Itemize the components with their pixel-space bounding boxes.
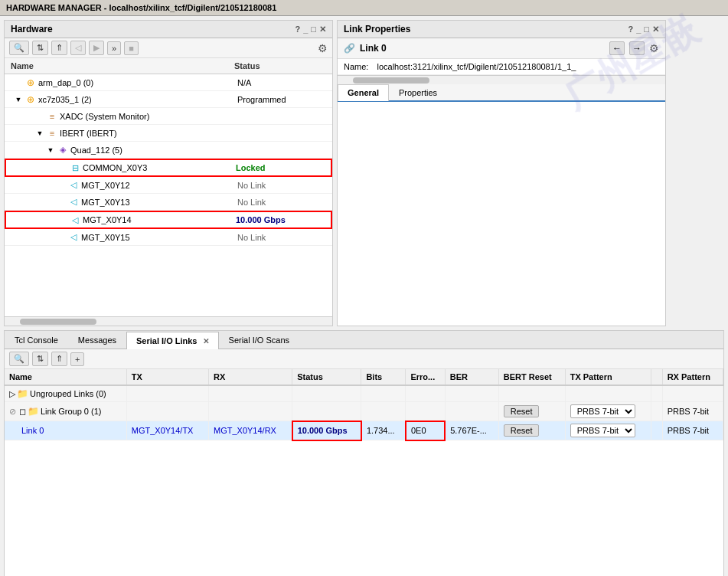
hardware-min-btn[interactable]: _ (303, 25, 308, 34)
common-x0y3-icon: ⊟ (69, 162, 81, 174)
mgt-x0y15-cell: ◁ MGT_X0Y15 (8, 231, 237, 244)
link-props-hscroll[interactable] (338, 75, 665, 84)
link-0-row[interactable]: Link 0 MGT_X0Y14/TX MGT_X0Y14/RX 10.000 … (5, 421, 723, 440)
link-0-link[interactable]: Link 0 (21, 426, 44, 435)
ungrouped-rx (209, 385, 292, 402)
tab-general[interactable]: General (338, 84, 389, 101)
link-0-tx-link[interactable]: MGT_X0Y14/TX (132, 426, 194, 435)
hardware-search-btn[interactable]: 🔍 (9, 41, 29, 55)
serial-io-links-close[interactable]: ✕ (203, 337, 209, 345)
hardware-header-controls: ? _ □ ✕ (295, 25, 326, 34)
col-ber: BER (445, 369, 498, 385)
hardware-fwd-btn[interactable]: » (107, 41, 121, 55)
link-nav-bar: 🔗 Link 0 ← → ⚙ (338, 38, 665, 59)
mgt-x0y12-status: No Link (237, 181, 329, 190)
bottom-filter-btn[interactable]: ⇑ (51, 352, 67, 366)
link-nav-next[interactable]: → (629, 41, 645, 55)
mgt-x0y13-expand[interactable] (57, 198, 66, 207)
mgt-x0y15-expand[interactable] (57, 233, 66, 242)
links-table-body: ▷ 📁 Ungrouped Links (0) (5, 385, 723, 440)
quad112-expand[interactable]: ▼ (46, 146, 55, 155)
link-nav-prev[interactable]: ← (609, 41, 625, 55)
ungrouped-label: Ungrouped Links (0) (30, 389, 106, 398)
tab-serial-io-links[interactable]: Serial I/O Links ✕ (126, 332, 219, 349)
link-props-hscroll-thumb[interactable] (353, 77, 429, 83)
link-props-min-btn[interactable]: _ (636, 25, 641, 34)
tree-row-mgt-x0y15[interactable]: ◁ MGT_X0Y15 No Link (5, 229, 332, 246)
link-0-name[interactable]: Link 0 (5, 421, 126, 440)
ibert-expand[interactable]: ▼ (35, 129, 44, 138)
ungrouped-tx-pattern (565, 385, 651, 402)
link-group-0-ber (445, 402, 498, 421)
link-group-0-errors (406, 402, 445, 421)
link-props-help-btn[interactable]: ? (628, 25, 633, 34)
link-0-tx-pattern-select[interactable]: PRBS 7-bit (570, 424, 635, 437)
mgt-x0y14-icon: ◁ (69, 214, 81, 226)
tree-row-common-x0y3[interactable]: ⊟ COMMON_X0Y3 Locked (5, 159, 332, 177)
tree-row-mgt-x0y13[interactable]: ◁ MGT_X0Y13 No Link (5, 194, 332, 211)
hardware-max-btn[interactable]: □ (311, 25, 316, 34)
link-group-0-reset-btn[interactable]: Reset (504, 405, 540, 417)
hardware-settings-btn[interactable]: ⚙ (318, 42, 328, 54)
bottom-search-btn[interactable]: 🔍 (9, 352, 29, 366)
tree-row-arm-dap[interactable]: ⊕ arm_dap_0 (0) N/A (5, 74, 332, 91)
tree-row-xc7z035[interactable]: ▼ ⊕ xc7z035_1 (2) Programmed (5, 91, 332, 108)
link-0-reset-btn[interactable]: Reset (504, 424, 540, 437)
common-x0y3-label: COMMON_X0Y3 (83, 163, 147, 172)
link-nav-settings[interactable]: ⚙ (649, 42, 659, 54)
tree-row-quad112[interactable]: ▼ ◈ Quad_112 (5) (5, 142, 332, 159)
hardware-help-btn[interactable]: ? (295, 25, 300, 34)
tree-row-xadc[interactable]: ≡ XADC (System Monitor) (5, 108, 332, 125)
link-tabs: General Properties (338, 84, 665, 102)
ungrouped-ber (445, 385, 498, 402)
tab-tcl-console[interactable]: Tcl Console (5, 331, 68, 349)
xadc-label: XADC (System Monitor) (60, 112, 149, 121)
mgt-x0y12-expand[interactable] (57, 181, 66, 190)
xadc-expand[interactable] (35, 112, 44, 121)
link-0-rx-link[interactable]: MGT_X0Y14/RX (214, 426, 276, 435)
ungrouped-tx-arrow (651, 385, 662, 402)
link-props-max-btn[interactable]: □ (644, 25, 649, 34)
bottom-sort-btn[interactable]: ⇅ (32, 352, 48, 366)
tree-row-mgt-x0y14[interactable]: ◁ MGT_X0Y14 10.000 Gbps (5, 211, 332, 229)
xc7z035-expand[interactable]: ▼ (14, 95, 23, 104)
mgt-x0y14-expand[interactable] (58, 215, 67, 224)
link-props-close-btn[interactable]: ✕ (652, 25, 659, 34)
bottom-add-btn[interactable]: + (70, 352, 84, 366)
hardware-play-btn[interactable]: ▶ (89, 41, 104, 55)
tab-serial-io-scans[interactable]: Serial I/O Scans (219, 331, 299, 349)
tree-row-ibert[interactable]: ▼ ≡ IBERT (IBERT) (5, 125, 332, 142)
xadc-cell: ≡ XADC (System Monitor) (8, 110, 237, 123)
hardware-filter-btn[interactable]: ⇑ (51, 41, 67, 55)
link-group-0-rx (209, 402, 292, 421)
link-group-0-expand[interactable]: ⊘ ◻ 📁 Link Group 0 (1) (9, 406, 101, 417)
link-0-bert-reset[interactable]: Reset (498, 421, 565, 440)
link-group-0-row[interactable]: ⊘ ◻ 📁 Link Group 0 (1) Reset (5, 402, 723, 421)
link-props-controls: ? _ □ ✕ (628, 25, 659, 34)
tab-messages[interactable]: Messages (68, 331, 126, 349)
ungrouped-links-name: ▷ 📁 Ungrouped Links (0) (5, 385, 126, 402)
arm-dap-expand[interactable] (14, 78, 23, 87)
links-table: Name TX RX Status Bits Erro... BER BERT … (5, 369, 723, 441)
link-group-0-tx-pattern-select[interactable]: PRBS 7-bit (570, 404, 635, 418)
link-group-0-label: Link Group 0 (1) (41, 407, 101, 416)
hardware-hscroll-thumb[interactable] (20, 319, 96, 325)
hardware-sort-btn[interactable]: ⇅ (32, 41, 48, 55)
common-x0y3-expand[interactable] (58, 163, 67, 172)
hardware-close-btn[interactable]: ✕ (319, 25, 326, 34)
tree-row-mgt-x0y12[interactable]: ◁ MGT_X0Y12 No Link (5, 177, 332, 194)
bottom-section: Tcl Console Messages Serial I/O Links ✕ … (4, 330, 724, 576)
hardware-tree[interactable]: ⊕ arm_dap_0 (0) N/A ▼ ⊕ xc7z035_1 (2) Pr… (5, 74, 332, 316)
hardware-stop-btn[interactable]: ■ (124, 41, 139, 55)
ungrouped-links-row[interactable]: ▷ 📁 Ungrouped Links (0) (5, 385, 723, 402)
ungrouped-expand[interactable]: ▷ 📁 Ungrouped Links (0) (9, 388, 106, 399)
link-group-0-bert-reset[interactable]: Reset (498, 402, 565, 421)
hardware-hscroll[interactable] (5, 316, 332, 326)
link-0-ber: 5.767E-... (445, 421, 498, 440)
xc7z035-cell: ▼ ⊕ xc7z035_1 (2) (8, 93, 237, 106)
link-tab-content (338, 102, 665, 326)
serial-io-table[interactable]: Name TX RX Status Bits Erro... BER BERT … (5, 369, 723, 576)
link-group-0-status (292, 402, 361, 421)
hardware-prev-btn[interactable]: ◁ (70, 41, 86, 55)
tab-properties[interactable]: Properties (389, 84, 447, 100)
